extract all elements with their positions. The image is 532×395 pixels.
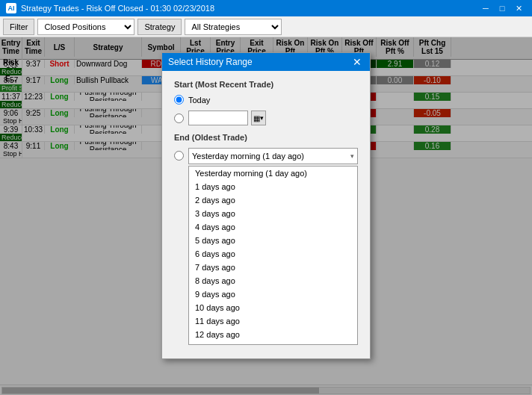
- end-dropdown-list[interactable]: Yesterday morning (1 day ago)1 days ago2…: [188, 166, 358, 345]
- dropdown-list-item[interactable]: 12 days ago: [189, 328, 357, 341]
- today-label: Today: [188, 96, 210, 105]
- dropdown-list-item[interactable]: Yesterday morning (1 day ago): [189, 167, 357, 180]
- date-input[interactable]: 2/23/2018: [188, 111, 248, 125]
- title-bar: AI Strategy Trades - Risk Off Closed - 0…: [0, 0, 532, 16]
- dropdown-list-item[interactable]: 4 days ago: [189, 220, 357, 234]
- filter-button[interactable]: Filter: [3, 19, 34, 35]
- end-radio-row: Yesterday morning (1 day ago) ▾ Yesterda…: [174, 148, 358, 345]
- end-dropdown-header[interactable]: Yesterday morning (1 day ago) ▾: [188, 148, 358, 164]
- window-controls: ─ □ ✕: [478, 2, 526, 14]
- toolbar: Filter Closed Positions Open Positions S…: [0, 16, 532, 37]
- main-area: EntryTime ExitTime L/S Strategy Symbol L…: [0, 37, 532, 395]
- close-button[interactable]: ✕: [511, 2, 526, 14]
- dropdown-list-item[interactable]: 1 days ago: [189, 180, 357, 193]
- select-history-range-dialog: Select History Range ✕ Start (Most Recen…: [161, 52, 371, 359]
- calendar-button[interactable]: ▦ ▾: [251, 111, 266, 125]
- modal-title-bar: Select History Range ✕: [162, 53, 370, 71]
- end-dropdown-radio[interactable]: [174, 151, 184, 161]
- date-radio-row: 2/23/2018 ▦ ▾: [174, 111, 358, 125]
- dropdown-list-item[interactable]: 2 days ago: [189, 193, 357, 207]
- window-title: Strategy Trades - Risk Off Closed - 01:3…: [21, 4, 214, 13]
- today-radio-row: Today: [174, 95, 358, 105]
- end-dropdown-value: Yesterday morning (1 day ago): [192, 152, 304, 161]
- dropdown-list-item[interactable]: 5 days ago: [189, 234, 357, 247]
- calendar-icon: ▦: [253, 114, 260, 122]
- positions-dropdown[interactable]: Closed Positions Open Positions: [37, 19, 134, 35]
- modal-overlay: Select History Range ✕ Start (Most Recen…: [0, 37, 532, 395]
- end-dropdown-arrow: ▾: [350, 152, 354, 160]
- end-dropdown-wrapper: Yesterday morning (1 day ago) ▾ Yesterda…: [188, 148, 358, 345]
- modal-close-button[interactable]: ✕: [350, 56, 364, 68]
- date-input-container: 2/23/2018 ▦ ▾: [188, 111, 266, 125]
- strategies-dropdown[interactable]: All Strategies: [185, 19, 282, 35]
- modal-title: Select History Range: [168, 57, 253, 67]
- date-radio[interactable]: [174, 113, 184, 123]
- dropdown-list-item[interactable]: 8 days ago: [189, 274, 357, 287]
- modal-body: Start (Most Recent Trade) Today 2/23/201…: [162, 71, 370, 358]
- end-section-label: End (Oldest Trade): [174, 133, 358, 142]
- dropdown-arrow-small: ▾: [260, 114, 264, 122]
- today-radio[interactable]: [174, 95, 184, 105]
- app-icon: AI: [6, 3, 16, 13]
- strategy-button[interactable]: Strategy: [137, 19, 182, 35]
- dropdown-list-item[interactable]: 13 days ago: [189, 341, 357, 345]
- start-section-label: Start (Most Recent Trade): [174, 80, 358, 89]
- dropdown-list-item[interactable]: 10 days ago: [189, 301, 357, 314]
- maximize-button[interactable]: □: [495, 2, 510, 14]
- dropdown-list-item[interactable]: 6 days ago: [189, 247, 357, 261]
- end-section: End (Oldest Trade) Yesterday morning (1 …: [174, 133, 358, 345]
- dropdown-list-item[interactable]: 9 days ago: [189, 287, 357, 301]
- dropdown-list-item[interactable]: 11 days ago: [189, 314, 357, 328]
- dropdown-list-item[interactable]: 3 days ago: [189, 207, 357, 220]
- dropdown-list-item[interactable]: 7 days ago: [189, 261, 357, 274]
- minimize-button[interactable]: ─: [478, 2, 493, 14]
